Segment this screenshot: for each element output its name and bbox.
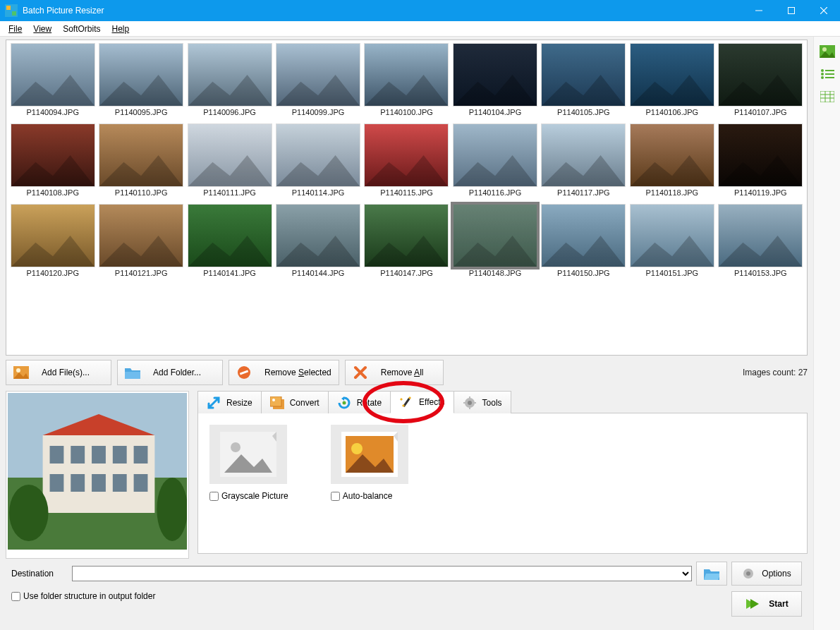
svg-marker-92 (400, 398, 403, 401)
thumbnail-item[interactable]: P1140150.JPG (540, 204, 627, 283)
tab-effects[interactable]: Effects (390, 391, 454, 413)
thumbnail-item[interactable]: P1140119.JPG (717, 123, 804, 202)
thumbnail-item[interactable]: P1140104.JPG (451, 43, 538, 122)
thumbnail-item[interactable]: P1140148.JPG (451, 204, 538, 283)
svg-rect-78 (50, 474, 64, 492)
view-thumbnails-button[interactable] (819, 44, 836, 59)
svg-point-121 (821, 73, 824, 75)
thumbnail-item[interactable]: P1140121.JPG (97, 204, 184, 283)
svg-point-117 (822, 47, 827, 52)
thumbnail-item[interactable]: P1140116.JPG (451, 123, 538, 202)
remove-all-button[interactable]: Remove All (345, 360, 444, 385)
thumbnail-item[interactable]: P1140100.JPG (363, 43, 450, 122)
destination-combobox[interactable] (72, 566, 692, 581)
svg-rect-75 (92, 446, 106, 464)
remove-all-label: Remove All (381, 368, 424, 377)
thumbnail-item[interactable]: P1140095.JPG (97, 43, 184, 122)
thumbnail-item[interactable]: P1140107.JPG (717, 43, 804, 122)
thumbnail-filename: P1140110.JPG (115, 188, 168, 202)
thumbnail-item[interactable]: P1140120.JPG (9, 204, 96, 283)
folder-icon (125, 365, 140, 380)
add-folder-label: Add Folder... (153, 368, 201, 377)
maximize-button[interactable] (775, 0, 808, 21)
svg-rect-2 (12, 11, 16, 16)
effects-tab-body: Grayscale Picture Auto-balance (197, 413, 808, 554)
thumbnail-image (453, 43, 537, 107)
add-folder-button[interactable]: Add Folder... (117, 360, 223, 385)
thumbnail-item[interactable]: P1140114.JPG (274, 123, 361, 202)
thumbnail-item[interactable]: P1140115.JPG (363, 123, 450, 202)
grayscale-checkbox[interactable] (209, 492, 219, 501)
thumbnail-item[interactable]: P1140141.JPG (186, 204, 273, 283)
tab-rotate[interactable]: Rotate (328, 391, 391, 413)
view-sidebar (813, 37, 840, 630)
use-folder-structure-label: Use folder structure in output folder (23, 591, 155, 601)
grayscale-checkbox-label[interactable]: Grayscale Picture (209, 491, 288, 501)
options-button[interactable]: Options (731, 562, 802, 586)
tab-resize[interactable]: Resize (197, 391, 262, 413)
thumbnail-item[interactable]: P1140111.JPG (186, 123, 273, 202)
close-button[interactable] (808, 0, 840, 21)
svg-point-108 (351, 443, 363, 454)
thumbnail-image (364, 43, 449, 107)
svg-rect-74 (71, 446, 85, 464)
thumbnail-image (188, 204, 272, 267)
thumbnail-filename: P1140150.JPG (557, 269, 610, 283)
picture-icon (13, 365, 29, 380)
thumbnail-item[interactable]: P1140110.JPG (97, 123, 184, 202)
thumbnail-filename: P1140095.JPG (115, 108, 168, 122)
autobalance-checkbox[interactable] (331, 492, 340, 501)
resize-icon (207, 396, 221, 410)
thumbnail-image (276, 123, 360, 187)
menu-softorbits[interactable]: SoftOrbits (57, 23, 106, 35)
svg-point-88 (272, 399, 275, 401)
svg-rect-87 (270, 396, 281, 406)
use-folder-structure-checkbox[interactable] (11, 592, 20, 601)
thumbnail-item[interactable]: P1140153.JPG (717, 204, 804, 283)
thumbnail-filename: P1140104.JPG (469, 108, 522, 122)
thumbnail-filename: P1140096.JPG (203, 108, 256, 122)
add-files-button[interactable]: Add File(s)... (6, 360, 111, 385)
view-details-button[interactable] (819, 89, 836, 104)
svg-rect-4 (789, 8, 795, 14)
remove-selected-button[interactable]: Remove Selected (229, 360, 339, 385)
svg-point-85 (157, 478, 187, 541)
menu-view[interactable]: View (28, 23, 57, 35)
thumbnail-image (364, 123, 449, 187)
thumbnail-filename: P1140108.JPG (26, 188, 79, 202)
thumbnail-filename: P1140111.JPG (203, 188, 256, 202)
thumbnail-item[interactable]: P1140106.JPG (628, 43, 715, 122)
thumbnail-item[interactable]: P1140094.JPG (9, 43, 96, 122)
thumbnail-item[interactable]: P1140105.JPG (540, 43, 627, 122)
thumbnail-item[interactable]: P1140147.JPG (363, 204, 450, 283)
thumbnail-item[interactable]: P1140096.JPG (186, 43, 273, 122)
menubar: File View SoftOrbits Help (0, 21, 840, 37)
remove-selected-label: Remove Selected (264, 368, 331, 377)
tab-convert[interactable]: Convert (261, 391, 329, 413)
gear-icon (742, 567, 755, 580)
tabs-area: Resize Convert Rotate Effects (197, 391, 808, 559)
thumbnail-item[interactable]: P1140117.JPG (540, 123, 627, 202)
menu-file[interactable]: File (3, 23, 28, 35)
tab-tools[interactable]: Tools (454, 391, 511, 413)
browse-destination-button[interactable] (696, 562, 727, 586)
svg-point-62 (16, 368, 20, 372)
thumbnail-item[interactable]: P1140151.JPG (628, 204, 715, 283)
window-title: Batch Picture Resizer (23, 6, 104, 16)
thumbnail-filename: P1140121.JPG (115, 269, 168, 283)
thumbnail-item[interactable]: P1140144.JPG (274, 204, 361, 283)
thumbnail-item[interactable]: P1140108.JPG (9, 123, 96, 202)
tools-icon (463, 396, 477, 410)
file-toolbar: Add File(s)... Add Folder... Remove Sele… (6, 360, 808, 385)
start-button[interactable]: Start (731, 591, 802, 617)
minimize-button[interactable] (743, 0, 775, 21)
svg-rect-82 (134, 474, 148, 492)
svg-point-123 (821, 76, 824, 79)
autobalance-checkbox-label[interactable]: Auto-balance (331, 491, 408, 501)
menu-help[interactable]: Help (106, 23, 135, 35)
thumbnail-image (188, 123, 272, 187)
thumbnail-item[interactable]: P1140099.JPG (274, 43, 361, 122)
thumbnail-image (188, 43, 272, 107)
thumbnail-item[interactable]: P1140118.JPG (628, 123, 715, 202)
view-list-button[interactable] (819, 66, 836, 82)
